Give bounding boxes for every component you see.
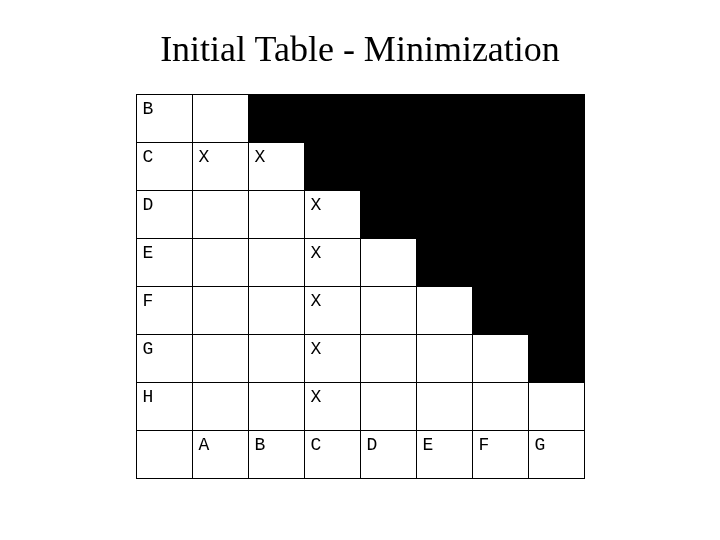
cell-H-G [528,383,584,431]
cell-H-A [192,383,248,431]
table-row: F X [136,287,584,335]
cell-G-C: X [304,335,360,383]
cell-blocked [416,191,472,239]
cell-C-B: X [248,143,304,191]
cell-G-B [248,335,304,383]
col-label-F: F [472,431,528,479]
cell-H-C: X [304,383,360,431]
col-label-D: D [360,431,416,479]
cell-blocked [472,191,528,239]
cell-blocked [472,95,528,143]
cell-blocked [360,143,416,191]
col-label-B: B [248,431,304,479]
cell-E-B [248,239,304,287]
cell-F-D [360,287,416,335]
cell-C-A: X [192,143,248,191]
table-row: G X [136,335,584,383]
table-row: E X [136,239,584,287]
cell-blocked [304,143,360,191]
cell-blocked [472,239,528,287]
cell-blocked [528,143,584,191]
cell-F-B [248,287,304,335]
table-row: C X X [136,143,584,191]
cell-blocked [360,95,416,143]
cell-blocked [528,239,584,287]
col-label-A: A [192,431,248,479]
table-row: A B C D E F G [136,431,584,479]
row-label-F: F [136,287,192,335]
row-label-G: G [136,335,192,383]
cell-blocked [248,95,304,143]
cell-blocked [416,239,472,287]
cell-D-A [192,191,248,239]
cell-H-E [416,383,472,431]
cell-D-C: X [304,191,360,239]
cell-blocked [472,143,528,191]
cell-B-A [192,95,248,143]
cell-F-A [192,287,248,335]
col-label-G: G [528,431,584,479]
page-title: Initial Table - Minimization [0,28,720,70]
cell-E-D [360,239,416,287]
cell-H-F [472,383,528,431]
row-label-B: B [136,95,192,143]
row-label-H: H [136,383,192,431]
row-label-empty [136,431,192,479]
cell-G-E [416,335,472,383]
col-label-C: C [304,431,360,479]
row-label-D: D [136,191,192,239]
cell-blocked [304,95,360,143]
cell-G-D [360,335,416,383]
cell-G-A [192,335,248,383]
cell-F-E [416,287,472,335]
cell-blocked [416,143,472,191]
table-row: D X [136,191,584,239]
cell-blocked [416,95,472,143]
cell-G-F [472,335,528,383]
row-label-C: C [136,143,192,191]
cell-H-D [360,383,416,431]
minimization-table: B C X X D X E X [136,94,585,479]
table-row: H X [136,383,584,431]
cell-F-C: X [304,287,360,335]
table-row: B [136,95,584,143]
cell-blocked [528,95,584,143]
cell-E-A [192,239,248,287]
cell-D-B [248,191,304,239]
cell-blocked [360,191,416,239]
cell-blocked [528,335,584,383]
row-label-E: E [136,239,192,287]
cell-blocked [472,287,528,335]
cell-blocked [528,287,584,335]
cell-E-C: X [304,239,360,287]
col-label-E: E [416,431,472,479]
cell-blocked [528,191,584,239]
cell-H-B [248,383,304,431]
